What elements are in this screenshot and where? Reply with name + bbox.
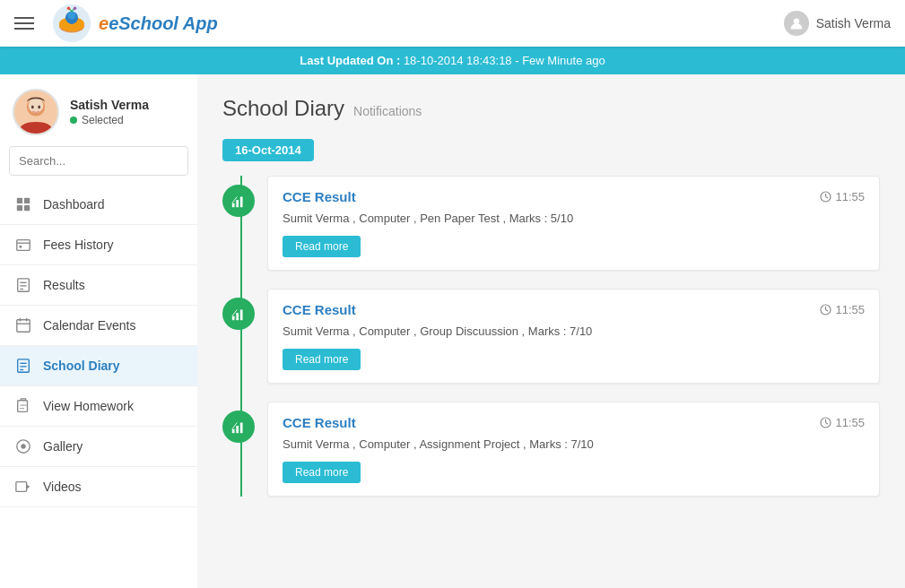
nav-label-dashboard: Dashboard xyxy=(43,197,105,212)
svg-rect-19 xyxy=(17,205,22,211)
clock-icon xyxy=(820,191,831,203)
svg-point-9 xyxy=(794,18,799,23)
search-icon xyxy=(187,153,188,166)
app-brand: eeSchool App xyxy=(99,13,218,34)
sidebar-item-view-homework[interactable]: View Homework xyxy=(0,386,197,427)
status-label: Selected xyxy=(82,114,124,126)
avatar xyxy=(13,89,59,135)
svg-line-58 xyxy=(826,310,829,312)
card-title: CCE Result xyxy=(283,189,356,204)
profile-info: Satish Verma Selected xyxy=(70,98,149,126)
update-timestamp: 18-10-2014 18:43:18 xyxy=(404,54,512,67)
sidebar-nav: Dashboard Fees History Results Calendar … xyxy=(0,185,197,507)
navbar-right: Satish Verma xyxy=(784,11,891,36)
card-header: CCE Result 11:55 xyxy=(283,415,865,430)
card-header: CCE Result 11:55 xyxy=(283,189,865,204)
logo-icon xyxy=(52,4,91,43)
svg-line-66 xyxy=(826,423,829,425)
card-body: Sumit Verma , Computer , Assignment Proj… xyxy=(283,437,865,451)
svg-rect-52 xyxy=(236,313,239,320)
sidebar-item-videos[interactable]: Videos xyxy=(0,467,197,507)
nav-label-results: Results xyxy=(43,278,85,292)
svg-point-7 xyxy=(67,7,71,11)
hamburger-button[interactable] xyxy=(14,17,34,30)
chart-icon xyxy=(231,419,247,435)
svg-rect-59 xyxy=(232,429,235,434)
timeline-item: CCE Result 11:55 Sumit Verma , Computer … xyxy=(267,176,880,271)
navbar: eeSchool App Satish Verma xyxy=(0,0,905,47)
chart-icon xyxy=(231,306,247,322)
svg-rect-41 xyxy=(16,482,27,492)
dashboard-icon xyxy=(14,195,32,213)
diary-card: CCE Result 11:55 Sumit Verma , Computer … xyxy=(267,289,880,384)
svg-line-46 xyxy=(232,200,235,203)
navbar-left: eeSchool App xyxy=(14,4,218,43)
sidebar: Satish Verma Selected Dashboard Fees His… xyxy=(0,74,197,588)
nav-label-fees-history: Fees History xyxy=(43,238,114,252)
svg-rect-17 xyxy=(17,198,22,203)
navbar-logo: eeSchool App xyxy=(52,4,218,43)
profile-name: Satish Verma xyxy=(70,98,149,112)
read-more-button[interactable]: Read more xyxy=(283,462,361,483)
timeline-item: CCE Result 11:55 Sumit Verma , Computer … xyxy=(267,289,880,384)
homework-icon xyxy=(14,397,32,415)
sidebar-item-calendar-events[interactable]: Calendar Events xyxy=(0,306,197,346)
card-title: CCE Result xyxy=(283,415,356,430)
svg-point-12 xyxy=(29,98,44,113)
svg-marker-42 xyxy=(27,484,30,489)
svg-rect-44 xyxy=(236,200,239,207)
sidebar-profile: Satish Verma Selected xyxy=(0,74,197,146)
sidebar-item-gallery[interactable]: Gallery xyxy=(0,427,197,467)
svg-rect-28 xyxy=(17,320,30,333)
svg-point-4 xyxy=(68,12,76,20)
diary-icon xyxy=(14,357,32,375)
search-input[interactable] xyxy=(10,148,178,174)
fees-icon xyxy=(14,236,32,254)
svg-line-47 xyxy=(235,197,238,201)
sidebar-item-fees-history[interactable]: Fees History xyxy=(0,225,197,265)
svg-rect-36 xyxy=(18,401,28,412)
card-body: Sumit Verma , Computer , Pen Paper Test … xyxy=(283,212,865,225)
status-dot xyxy=(70,117,77,124)
videos-icon xyxy=(14,478,32,496)
clock-icon xyxy=(820,304,831,316)
timeline-item: CCE Result 11:55 Sumit Verma , Computer … xyxy=(267,402,880,497)
read-more-button[interactable]: Read more xyxy=(283,236,361,257)
diary-card: CCE Result 11:55 Sumit Verma , Computer … xyxy=(267,176,880,271)
content-area: School Diary Notifications 16-Oct-2014 C… xyxy=(197,74,905,588)
svg-rect-61 xyxy=(240,423,243,434)
card-title: CCE Result xyxy=(283,302,356,317)
date-badge: 16-Oct-2014 xyxy=(222,139,314,161)
svg-rect-23 xyxy=(20,246,22,248)
navbar-username: Satish Verma xyxy=(816,16,891,30)
search-button[interactable] xyxy=(178,147,188,175)
sidebar-item-results[interactable]: Results xyxy=(0,265,197,306)
timeline-dot xyxy=(222,411,255,443)
nav-label-gallery: Gallery xyxy=(43,439,83,454)
svg-rect-45 xyxy=(240,197,243,208)
update-prefix: Last Updated On : xyxy=(300,54,400,67)
search-bar xyxy=(9,146,188,176)
update-suffix: - Few Minute ago xyxy=(515,54,605,67)
profile-status: Selected xyxy=(70,114,149,126)
svg-rect-21 xyxy=(17,240,30,251)
nav-label-school-diary: School Diary xyxy=(43,359,120,373)
svg-point-40 xyxy=(21,444,25,448)
svg-line-54 xyxy=(232,313,235,316)
chart-icon xyxy=(231,193,247,209)
timeline-dot xyxy=(222,298,255,330)
nav-label-videos: Videos xyxy=(43,480,82,494)
svg-line-62 xyxy=(232,426,235,429)
read-more-button[interactable]: Read more xyxy=(283,349,361,370)
card-time: 11:55 xyxy=(820,190,865,203)
nav-label-calendar-events: Calendar Events xyxy=(43,318,136,333)
card-time: 11:55 xyxy=(820,303,865,316)
svg-rect-53 xyxy=(240,310,243,321)
svg-point-8 xyxy=(74,7,77,11)
sidebar-item-school-diary[interactable]: School Diary xyxy=(0,346,197,386)
sidebar-item-dashboard[interactable]: Dashboard xyxy=(0,185,197,225)
svg-point-13 xyxy=(31,106,34,109)
card-header: CCE Result 11:55 xyxy=(283,302,865,317)
timeline-dot xyxy=(222,185,255,217)
svg-line-50 xyxy=(826,197,829,199)
